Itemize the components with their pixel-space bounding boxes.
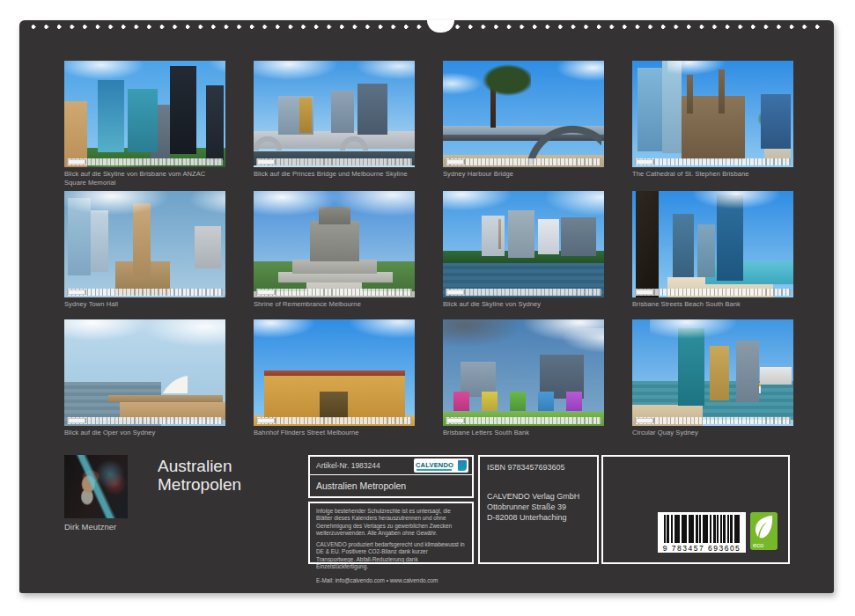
photo-brisbane-skyline-anzac: [64, 61, 225, 167]
legal-paragraph: CALVENDO produziert bedarfsgerecht und k…: [316, 541, 466, 571]
thumb-caption: Circular Quay Sydney: [632, 429, 793, 437]
mini-calendar-strip: [635, 289, 791, 296]
mini-calendar-strip: [446, 417, 601, 424]
mini-calendar-strip: [446, 158, 601, 165]
calendar-thumb: Shrine of Remembrance Melbourne: [254, 191, 415, 319]
calendar-thumb: The Cathedral of St. Stephen Brisbane: [632, 61, 793, 191]
ean-barcode: 9 783457 693605: [658, 512, 746, 553]
mini-calendar-strip: [635, 158, 791, 165]
calendar-thumb: Circular Quay Sydney: [632, 319, 793, 437]
publisher-street: Ottobrunner Straße 39: [487, 502, 590, 512]
thumb-caption: Sydney Harbour Bridge: [443, 170, 604, 179]
publisher-name: CALVENDO Verlag GmbH: [487, 491, 590, 502]
thumb-caption: Brisbane Streets Beach South Bank: [632, 300, 793, 309]
calendar-thumb: Blick auf die Princes Bridge und Melbour…: [254, 61, 415, 191]
photo-sydney-skyline: [443, 191, 604, 297]
photo-sydney-town-hall: [64, 191, 225, 297]
thumbnail-grid: Blick auf die Skyline von Brisbane vom A…: [64, 61, 793, 437]
mini-calendar-strip: [67, 417, 223, 424]
thumb-caption: Blick auf die Oper von Sydney: [64, 429, 225, 437]
eco-badge: eco: [750, 512, 778, 550]
barcode-digits: 9 783457 693605: [663, 544, 741, 553]
publisher-city: D-82008 Unterhaching: [487, 512, 590, 523]
eco-label: eco: [753, 542, 763, 549]
photo-sydney-harbour-bridge: [443, 61, 604, 167]
mini-calendar-strip: [635, 417, 791, 424]
calendar-thumb: Blick auf die Skyline von Sydney: [443, 191, 604, 319]
thumb-caption: Blick auf die Skyline von Brisbane vom A…: [64, 170, 225, 187]
publisher-address: CALVENDO Verlag GmbH Ottobrunner Straße …: [487, 491, 590, 523]
thumb-caption: Brisbane Letters South Bank: [443, 429, 604, 437]
calendar-back-cover: Blick auf die Skyline von Brisbane vom A…: [19, 20, 834, 593]
mini-calendar-strip: [446, 289, 601, 296]
article-box: Artikel-Nr. 1983244 CALVENDO Australien …: [308, 455, 474, 498]
calendar-title: Australien Metropolen: [158, 458, 290, 495]
isbn-number: ISBN 9783457693605: [487, 463, 590, 472]
calendar-thumb: Brisbane Streets Beach South Bank: [632, 191, 793, 319]
contact-line: E-Mail: info@calvendo.com • www.calvendo…: [316, 577, 466, 584]
mini-calendar-strip: [256, 417, 412, 424]
calvendo-tagline-bar: [416, 469, 452, 472]
mini-calendar-strip: [256, 289, 412, 296]
barcode-box: 9 783457 693605 eco: [601, 455, 790, 564]
mini-calendar-strip: [256, 158, 412, 165]
thumb-caption: The Cathedral of St. Stephen Brisbane: [632, 170, 793, 179]
thumb-caption: Shrine of Remembrance Melbourne: [254, 300, 415, 309]
calendar-thumb: Bahnhof Flinders Street Melbourne: [254, 319, 415, 437]
legal-box: Infolge bestehender Schutzrechte ist es …: [308, 502, 474, 564]
photo-sydney-opera-house: [64, 319, 225, 426]
product-title: Australien Metropolen: [310, 475, 472, 496]
leaf-icon: [753, 515, 775, 539]
calendar-thumb: Brisbane Letters South Bank: [443, 319, 604, 437]
photo-streets-beach-south-bank: [632, 191, 793, 297]
photo-circular-quay: [632, 319, 793, 426]
calendar-thumb: Blick auf die Skyline von Brisbane vom A…: [64, 61, 225, 191]
legal-paragraph: Infolge bestehender Schutzrechte ist es …: [316, 508, 466, 538]
thumb-caption: Blick auf die Princes Bridge und Melbour…: [254, 170, 415, 179]
calendar-thumb: Sydney Town Hall: [64, 191, 225, 319]
thumb-caption: Sydney Town Hall: [64, 300, 225, 309]
barcode-bars: [664, 515, 740, 543]
spiral-binding-holes: [27, 23, 826, 31]
calendar-thumb: Sydney Harbour Bridge: [443, 61, 604, 191]
thumb-caption: Blick auf die Skyline von Sydney: [443, 300, 604, 309]
calendar-thumb: Blick auf die Oper von Sydney: [64, 319, 225, 437]
photo-flinders-street-station: [254, 319, 415, 426]
calvendo-logo: CALVENDO: [414, 458, 468, 473]
calvendo-book-icon: [458, 460, 467, 471]
article-row: Artikel-Nr. 1983244 CALVENDO: [310, 457, 472, 475]
author-name: Dirk Meutzner: [64, 522, 116, 532]
article-number: Artikel-Nr. 1983244: [316, 461, 380, 470]
thumb-caption: Bahnhof Flinders Street Melbourne: [254, 429, 415, 437]
publisher-box: ISBN 9783457693605 CALVENDO Verlag GmbH …: [478, 455, 599, 564]
photo-princes-bridge-melbourne: [254, 61, 415, 167]
author-portrait: [64, 455, 128, 518]
photo-brisbane-letters: [443, 319, 604, 426]
mini-calendar-strip: [67, 289, 223, 296]
photo-shrine-of-remembrance: [254, 191, 415, 297]
photo-cathedral-st-stephen: [632, 61, 793, 167]
mini-calendar-strip: [67, 158, 223, 165]
